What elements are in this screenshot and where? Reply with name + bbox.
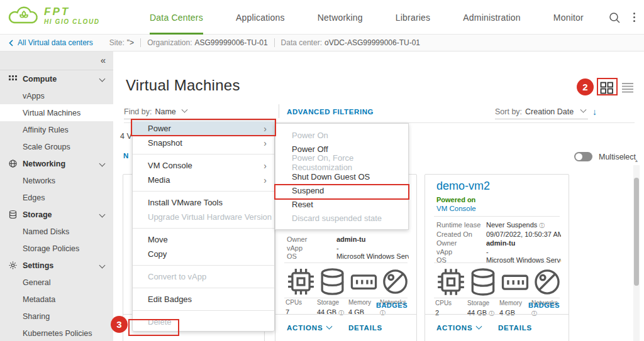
site-value: ">	[127, 38, 134, 47]
card-divider	[434, 216, 560, 217]
stat-label: Storage	[317, 299, 348, 306]
sidebar-item-settings[interactable]: Settings	[0, 257, 113, 274]
tab-monitor[interactable]: Monitor	[537, 0, 600, 35]
menu-item-edit-badges[interactable]: Edit Badges	[133, 292, 274, 306]
tab-label: Data Centers	[150, 13, 203, 23]
sidebar-item-affinity-rules[interactable]: Affinity Rules	[0, 121, 113, 138]
menu-item-label: Install VMware Tools	[148, 198, 223, 207]
list-view-icon[interactable]	[621, 82, 634, 93]
grid-view-icon[interactable]	[600, 82, 614, 94]
menu-item-snapshot[interactable]: Snapshot›	[133, 136, 274, 150]
scrollbar-thumb[interactable]	[634, 178, 639, 286]
grid-icon	[8, 74, 18, 84]
new-vm-button[interactable]: N	[123, 152, 128, 160]
sort-by-dropdown[interactable]: Sort by: Creation Date	[495, 104, 588, 119]
find-by-dropdown[interactable]: Find by: Name	[124, 104, 275, 119]
menu-item-install-vmware-tools[interactable]: Install VMware Tools	[133, 195, 274, 210]
menu-item-power[interactable]: Power›	[133, 121, 274, 136]
top-nav-bar: FPT HI GIO CLOUD Data Centers Applicatio…	[0, 0, 644, 35]
badges-link[interactable]: BADGES	[376, 301, 408, 309]
submenu-item-suspend[interactable]: Suspend	[275, 183, 408, 197]
vm-name-link[interactable]: demo-vm2	[436, 180, 490, 193]
sidebar-item-networks[interactable]: Networks	[0, 172, 113, 189]
chevron-down-icon	[99, 263, 106, 269]
sidebar-item-edges[interactable]: Edges	[0, 189, 113, 206]
sidebar-item-label: Affinity Rules	[23, 126, 69, 134]
sidebar-item-kubernetes-policies[interactable]: Kubernetes Policies	[0, 325, 113, 341]
stat-cpus: CPUs 7	[286, 266, 316, 317]
sidebar-item-storage[interactable]: Storage	[0, 206, 113, 223]
menu-item-vm-console[interactable]: VM Console›	[133, 158, 274, 173]
tab-libraries[interactable]: Libraries	[379, 0, 447, 35]
networks-icon	[531, 266, 563, 298]
collapse-sidebar-icon[interactable]: «	[101, 55, 106, 65]
sidebar-item-label: Settings	[23, 261, 53, 270]
actions-button[interactable]: ACTIONS	[436, 324, 481, 332]
sidebar-item-label: Networks	[23, 176, 55, 185]
scrollbar-up-icon[interactable]: ▲	[633, 158, 640, 163]
submenu-arrow-icon: ›	[264, 175, 267, 185]
menu-item-label: Delete	[148, 317, 172, 327]
multiselect-toggle[interactable]	[574, 152, 592, 161]
row-label: Owner	[287, 235, 336, 244]
sidebar-item-named-disks[interactable]: Named Disks	[0, 223, 113, 240]
page-title: Virtual Machines	[126, 77, 240, 94]
sidebar-item-label: Edges	[23, 193, 45, 202]
row-value: -	[336, 244, 339, 253]
sidebar-item-networking[interactable]: Networking	[0, 155, 113, 172]
menu-item-media[interactable]: Media›	[133, 173, 274, 187]
submenu-arrow-icon: ›	[264, 161, 267, 171]
actions-button[interactable]: ACTIONS	[287, 324, 331, 332]
info-icon[interactable]: ⓘ	[539, 222, 545, 229]
row-label: Owner	[436, 239, 486, 248]
tab-applications[interactable]: Applications	[219, 0, 301, 35]
details-button[interactable]: DETAILS	[348, 324, 382, 332]
menu-item-label: VM Console	[148, 161, 192, 170]
back-to-datacenters-link[interactable]: All Virtual data centers	[9, 38, 93, 47]
sort-direction-icon[interactable]: ↓	[592, 107, 597, 117]
row-value: 09/07/2022, 10:50:37 AMⓘ	[486, 230, 561, 240]
vm-console-link[interactable]: VM Console	[436, 205, 476, 212]
sidebar-item-label: Compute	[23, 75, 57, 84]
sidebar-item-label: Kubernetes Policies	[23, 329, 92, 338]
brand-name: FPT HI GIO CLOUD	[44, 6, 100, 25]
tab-data-centers[interactable]: Data Centers	[133, 0, 219, 35]
sidebar-item-sharing[interactable]: Sharing	[0, 308, 113, 325]
sidebar-item-label: vApps	[23, 92, 45, 100]
menu-item-copy[interactable]: Copy	[133, 247, 274, 261]
stat-label: CPUs	[286, 299, 316, 306]
sidebar-item-scale-groups[interactable]: Scale Groups	[0, 138, 113, 155]
submenu-item-label: Suspend	[292, 186, 324, 195]
menu-item-label: Move	[148, 235, 168, 244]
stat-label: Memory	[499, 300, 531, 306]
sidebar-item-metadata[interactable]: Metadata	[0, 291, 113, 308]
primary-nav: Data Centers Applications Networking Lib…	[133, 0, 600, 35]
tab-networking[interactable]: Networking	[301, 0, 379, 35]
sidebar-item-virtual-machines[interactable]: Virtual Machines	[0, 104, 113, 121]
search-icon[interactable]	[608, 11, 621, 24]
brand-logo[interactable]: FPT HI GIO CLOUD	[8, 4, 100, 28]
submenu-item-reset[interactable]: Reset	[275, 197, 408, 211]
row-label: OS	[287, 252, 336, 261]
stat-networks: Networks ⓘ	[380, 266, 411, 317]
sidebar-item-vapps[interactable]: vApps	[0, 87, 113, 104]
sidebar-item-compute[interactable]: Compute	[0, 70, 113, 87]
badges-link[interactable]: BADGES	[528, 301, 560, 309]
advanced-filtering-link[interactable]: ADVANCED FILTERING	[287, 108, 374, 116]
stat-storage: Storage 44 GBⓘ	[467, 266, 499, 318]
menu-item-label: Upgrade Virtual Hardware Version	[148, 212, 272, 222]
more-menu-icon[interactable]	[631, 10, 638, 24]
sidebar-item-general[interactable]: General	[0, 274, 113, 291]
tab-administration[interactable]: Administration	[447, 0, 537, 35]
details-button[interactable]: DETAILS	[498, 324, 532, 332]
tab-label: Applications	[236, 13, 285, 23]
site-label: Site:	[109, 38, 125, 47]
row-label: OS	[436, 256, 486, 265]
submenu-item-label: Discard suspended state	[292, 214, 382, 223]
toggle-knob	[575, 153, 582, 160]
sidebar-item-storage-policies[interactable]: Storage Policies	[0, 240, 113, 257]
menu-item-label: Media	[148, 175, 170, 185]
menu-item-move[interactable]: Move	[133, 232, 274, 247]
datacenter-value: oVDC-ASG99999006-TU-01	[325, 38, 420, 47]
header-actions	[608, 0, 638, 35]
